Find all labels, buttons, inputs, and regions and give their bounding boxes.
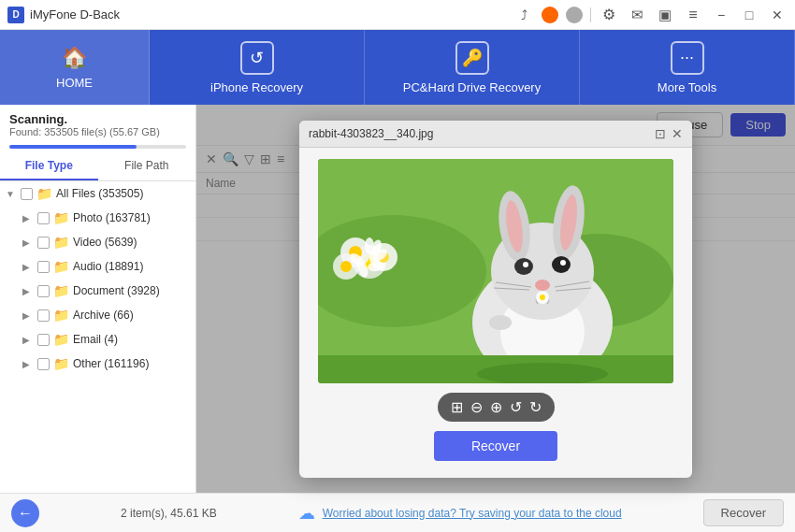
minimize-button[interactable]: − xyxy=(711,5,731,25)
status-center: ☁ Worried about losing data? Try saving … xyxy=(298,503,622,524)
tree-checkbox-other[interactable] xyxy=(37,358,50,370)
mail-icon[interactable]: ✉ xyxy=(627,5,647,25)
title-bar-controls: ⤴ ⚙ ✉ ▣ ≡ − □ ✕ xyxy=(513,5,788,25)
modal-title-bar: rabbit-4303823__340.jpg ⊡ ✕ xyxy=(299,121,692,148)
home-icon: 🏠 xyxy=(62,46,87,70)
tree-checkbox-audio[interactable] xyxy=(37,261,50,273)
tree-label-document: Document (3928) xyxy=(73,284,160,297)
modal-body: ⊞ ⊖ ⊕ ↺ ↻ Recover xyxy=(299,148,692,478)
title-bar-left: D iMyFone D-Back xyxy=(7,7,120,23)
divider xyxy=(590,7,591,22)
tree-item-all[interactable]: ▼ 📁 All Files (353505) xyxy=(0,181,195,206)
user-avatar[interactable] xyxy=(566,7,583,23)
modal-recover-button[interactable]: Recover xyxy=(434,431,557,461)
tree-item-document[interactable]: ▶ 📁 Document (3928) xyxy=(0,279,195,303)
tree-arrow-email: ▶ xyxy=(22,335,34,345)
tree-checkbox-archive[interactable] xyxy=(37,309,50,322)
nav-bar: 🏠 HOME ↺ iPhone Recovery 🔑 PC&Hard Drive… xyxy=(0,30,795,105)
preview-modal: rabbit-4303823__340.jpg ⊡ ✕ xyxy=(299,121,692,478)
tree-label-email: Email (4) xyxy=(73,333,118,346)
tree-checkbox-email[interactable] xyxy=(37,334,50,346)
nav-more-label: More Tools xyxy=(658,80,716,94)
svg-point-11 xyxy=(340,261,352,272)
settings-icon[interactable]: ⚙ xyxy=(599,5,619,25)
tree-checkbox-video[interactable] xyxy=(37,237,50,249)
right-content: 79% Pause Stop ✕ 🔍 ▽ ⊞ ≡ Name Path E: xyxy=(196,105,795,493)
image-controls: ⊞ ⊖ ⊕ ↺ ↻ xyxy=(438,393,555,422)
app-title: iMyFone D-Back xyxy=(30,7,120,22)
close-button[interactable]: ✕ xyxy=(767,5,788,25)
tree-arrow-archive: ▶ xyxy=(22,310,34,321)
tree-item-photo[interactable]: ▶ 📁 Photo (163781) xyxy=(0,206,195,230)
tree-item-other[interactable]: ▶ 📁 Other (161196) xyxy=(0,352,195,376)
nav-pc-label: PC&Hard Drive Recovery xyxy=(403,80,541,94)
recover-button[interactable]: Recover xyxy=(703,499,784,526)
cloud-text[interactable]: Worried about losing data? Try saving yo… xyxy=(323,507,622,520)
tree-label-audio: Audio (18891) xyxy=(73,260,143,273)
nav-pc[interactable]: 🔑 PC&Hard Drive Recovery xyxy=(365,30,580,105)
svg-point-26 xyxy=(523,262,528,267)
back-button[interactable]: ← xyxy=(11,499,39,527)
tree-arrow-photo: ▶ xyxy=(22,213,34,223)
svg-point-34 xyxy=(489,315,512,330)
modal-restore-icon[interactable]: ⊡ xyxy=(655,126,666,141)
nav-home[interactable]: 🏠 HOME xyxy=(0,30,150,105)
zoom-in-icon[interactable]: ⊕ xyxy=(490,398,502,416)
menu-icon[interactable]: ≡ xyxy=(683,5,703,25)
progress-bar xyxy=(9,145,186,149)
tree-item-video[interactable]: ▶ 📁 Video (5639) xyxy=(0,230,195,254)
tree-label-photo: Photo (163781) xyxy=(73,211,151,224)
tree-checkbox-all[interactable] xyxy=(21,188,33,200)
rotate-right-icon[interactable]: ↻ xyxy=(529,398,542,416)
tree-label-all: All Files (353505) xyxy=(56,187,143,200)
tree-checkbox-document[interactable] xyxy=(37,285,50,297)
tree-arrow-audio: ▶ xyxy=(22,262,34,272)
svg-point-36 xyxy=(540,295,545,300)
tree-label-archive: Archive (66) xyxy=(73,309,134,322)
tree-label-other: Other (161196) xyxy=(73,357,149,370)
main-area: Scanning. Found: 353505 file(s) (55.67 G… xyxy=(0,105,795,493)
nav-iphone-label: iPhone Recovery xyxy=(210,80,303,94)
maximize-button[interactable]: □ xyxy=(739,5,759,25)
tree-item-audio[interactable]: ▶ 📁 Audio (18891) xyxy=(0,254,195,279)
tab-bar: File Type File Path xyxy=(0,152,195,181)
more-icon: ··· xyxy=(671,41,704,75)
record-icon[interactable] xyxy=(542,7,558,23)
tree-item-email[interactable]: ▶ 📁 Email (4) xyxy=(0,327,195,352)
modal-title-icons: ⊡ ✕ xyxy=(655,126,683,141)
file-tree: ▼ 📁 All Files (353505) ▶ 📁 Photo (163781… xyxy=(0,181,195,493)
tab-file-type[interactable]: File Type xyxy=(0,152,98,180)
svg-point-28 xyxy=(560,260,566,266)
iphone-icon: ↺ xyxy=(240,41,274,75)
tree-checkbox-photo[interactable] xyxy=(37,212,50,224)
modal-overlay: rabbit-4303823__340.jpg ⊡ ✕ xyxy=(196,105,795,493)
tree-arrow-video: ▶ xyxy=(22,237,34,248)
fullscreen-icon[interactable]: ⊞ xyxy=(451,398,463,416)
progress-bar-fill xyxy=(9,145,137,149)
tab-file-path[interactable]: File Path xyxy=(98,152,196,180)
scan-status: Scanning. Found: 353505 file(s) (55.67 G… xyxy=(0,105,195,141)
share-icon[interactable]: ⤴ xyxy=(513,5,534,25)
preview-image xyxy=(318,159,673,383)
sidebar: Scanning. Found: 353505 file(s) (55.67 G… xyxy=(0,105,196,493)
nav-more[interactable]: ··· More Tools xyxy=(580,30,795,105)
zoom-out-icon[interactable]: ⊖ xyxy=(470,398,483,416)
nav-iphone[interactable]: ↺ iPhone Recovery xyxy=(150,30,365,105)
tree-item-archive[interactable]: ▶ 📁 Archive (66) xyxy=(0,303,195,327)
scan-status-title: Scanning. xyxy=(9,112,186,126)
scan-status-found: Found: 353505 file(s) (55.67 GB) xyxy=(9,126,186,137)
svg-point-29 xyxy=(535,280,550,291)
nav-home-label: HOME xyxy=(56,76,93,90)
pc-icon: 🔑 xyxy=(455,41,489,75)
tree-arrow-doc: ▶ xyxy=(22,286,34,296)
modal-close-icon[interactable]: ✕ xyxy=(672,126,683,141)
cloud-icon: ☁ xyxy=(298,503,315,524)
app-logo: D xyxy=(7,7,24,23)
modal-title: rabbit-4303823__340.jpg xyxy=(309,127,433,140)
tree-arrow: ▼ xyxy=(6,189,17,199)
tree-arrow-other: ▶ xyxy=(22,359,34,369)
rotate-left-icon[interactable]: ↺ xyxy=(510,398,522,416)
title-bar: D iMyFone D-Back ⤴ ⚙ ✉ ▣ ≡ − □ ✕ xyxy=(0,0,795,30)
chat-icon[interactable]: ▣ xyxy=(655,5,675,25)
tree-label-video: Video (5639) xyxy=(73,236,137,249)
